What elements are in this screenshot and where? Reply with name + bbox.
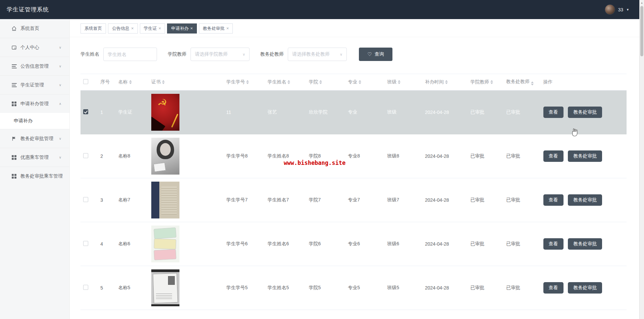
sidebar-item-personal-center[interactable]: 个人中心 ∨ [0, 38, 69, 57]
cell-office-teacher-status: 已审批 [503, 90, 541, 134]
cert-image-red-party-book[interactable]: ☭ [151, 94, 179, 131]
sidebar-item-discount-ride-mgmt[interactable]: 优惠乘车管理 ∨ [0, 148, 69, 167]
sort-icon[interactable] [359, 80, 361, 84]
tab-label: 学生证 [144, 24, 157, 33]
select-all-checkbox[interactable] [83, 79, 88, 84]
sidebar-item-student-card-mgmt[interactable]: 学生证管理 ∨ [0, 75, 69, 94]
user-name: 33 [618, 7, 624, 12]
sort-icon[interactable] [490, 80, 493, 84]
list-icon [11, 64, 17, 69]
row-checkbox[interactable] [83, 109, 88, 114]
tab-student-card[interactable]: 学生证 × [140, 23, 165, 34]
table-row[interactable]: 1 学生证 ☭ 11 张艺 欣欣学院 专业 班级 2024-04-28 已审批 … [80, 90, 627, 134]
column-header-index: 序号 [98, 74, 115, 90]
cell-name: 学生证 [116, 90, 149, 134]
sidebar-item-announcement-mgmt[interactable]: 公告信息管理 ∨ [0, 57, 69, 75]
office-approve-button[interactable]: 教务处审批 [568, 107, 602, 118]
row-checkbox[interactable] [83, 197, 88, 202]
cert-image-old-booklet[interactable] [151, 182, 179, 218]
tab-home[interactable]: 系统首页 [80, 23, 106, 34]
close-icon[interactable]: × [131, 24, 134, 33]
chevron-down-icon[interactable]: ∨ [59, 83, 61, 87]
sidebar-item-label: 公告信息管理 [20, 63, 49, 69]
view-button[interactable]: 查看 [543, 194, 564, 206]
view-button[interactable]: 查看 [543, 107, 564, 118]
grid-icon [11, 101, 17, 107]
sidebar-item-home[interactable]: 系统首页 [0, 19, 69, 38]
cell-office-teacher-status: 已审批 [503, 222, 541, 266]
sort-icon[interactable] [246, 80, 249, 84]
chevron-down-icon[interactable]: ∨ [59, 64, 61, 68]
student-name-input[interactable] [103, 48, 157, 61]
user-avatar[interactable] [605, 4, 615, 15]
close-icon[interactable]: × [226, 24, 229, 33]
cell-name: 名称8 [116, 134, 149, 178]
row-checkbox[interactable] [83, 241, 88, 246]
college-teacher-label: 学院教师 [168, 51, 186, 57]
chevron-down-icon[interactable]: ∨ [59, 137, 61, 140]
user-caret-down-icon[interactable]: ▼ [626, 8, 629, 11]
close-icon[interactable]: × [190, 24, 193, 33]
vertical-scrollbar[interactable]: ▲ [639, 0, 644, 319]
sort-icon[interactable] [319, 80, 322, 84]
cell-college-teacher-status: 已审批 [468, 90, 503, 134]
cell-student-name: 学生姓名7 [265, 178, 306, 222]
sort-icon[interactable] [162, 80, 165, 84]
cert-image-bw-girl-photo[interactable] [151, 138, 179, 175]
query-button[interactable]: ♡ 查询 [359, 48, 392, 61]
main-content: 系统首页 公告信息 × 学生证 × 申请补办 × 教务处审批 × 学生姓名 学院… [70, 19, 639, 319]
college-teacher-select[interactable]: 请选择学院教师 ∨ [191, 48, 250, 61]
sort-icon[interactable] [129, 80, 132, 84]
sidebar-item-office-approval-mgmt[interactable]: 教务处审批管理 ∨ [0, 129, 69, 148]
column-header-student-no: 学生学号 [223, 74, 265, 90]
cell-college: 学院8 [306, 134, 345, 178]
scrollbar-thumb[interactable] [640, 6, 643, 56]
tab-announcement[interactable]: 公告信息 × [108, 23, 138, 34]
sort-icon[interactable] [287, 80, 290, 84]
tab-office-approval[interactable]: 教务处审批 × [199, 23, 233, 34]
sidebar-subitem-reissue-apply[interactable]: 申请补办 [0, 113, 69, 129]
chevron-down-icon[interactable]: ∨ [59, 46, 61, 49]
scroll-up-arrow-icon[interactable]: ▲ [640, 0, 644, 4]
office-teacher-select[interactable]: 请选择教务处教师 ∨ [288, 48, 347, 61]
party-emblem-icon: ☭ [157, 97, 168, 109]
sort-icon[interactable] [398, 80, 400, 84]
chevron-up-icon[interactable]: ∧ [59, 102, 61, 106]
cell-college: 学院6 [306, 222, 345, 266]
sidebar-item-reissue-mgmt[interactable]: 申请补办管理 ∧ [0, 94, 69, 113]
user-menu[interactable]: 33 ▼ [605, 4, 630, 15]
office-approve-button[interactable]: 教务处审批 [568, 282, 602, 294]
table-row[interactable]: 5 名称5 学生学号5 学生姓名5 学院5 专业5 班级5 2024-04-28… [80, 266, 627, 310]
cell-name: 名称6 [116, 222, 149, 266]
close-icon[interactable]: × [159, 24, 161, 33]
column-header-certificate: 证书 [149, 74, 223, 90]
cell-class: 班级6 [384, 222, 422, 266]
cell-major: 专业6 [345, 222, 384, 266]
sidebar-item-office-ride-approval-mgmt[interactable]: 教务处审批乘车管理 [0, 167, 69, 185]
office-approve-button[interactable]: 教务处审批 [568, 238, 602, 250]
office-approve-button[interactable]: 教务处审批 [568, 150, 602, 162]
tab-reissue-apply[interactable]: 申请补办 × [167, 23, 197, 34]
row-checkbox[interactable] [83, 285, 88, 290]
cert-image-bw-student-id[interactable] [151, 269, 179, 306]
cert-image-pastel-cards[interactable] [151, 226, 179, 262]
row-checkbox[interactable] [83, 153, 88, 158]
query-button-label: 查询 [375, 51, 384, 57]
table-row[interactable]: 3 名称7 学生学号7 学生姓名7 学院7 专业7 班级7 2024-04-28… [80, 178, 627, 222]
cell-student-no: 学生学号5 [223, 266, 265, 310]
view-button[interactable]: 查看 [543, 282, 564, 294]
column-header-office-teacher: 教务处教师 [503, 74, 541, 90]
grid-icon [11, 174, 17, 179]
sort-icon[interactable] [445, 80, 448, 84]
view-button[interactable]: 查看 [543, 238, 564, 250]
top-bar: 学生证管理系统 33 ▼ [0, 0, 644, 19]
chevron-down-icon: ∨ [340, 52, 342, 57]
chevron-down-icon[interactable]: ∨ [59, 155, 61, 159]
table-row[interactable]: 2 名称8 学生学号8 学生姓名8 学院8 专业8 班级8 2024-04-28… [80, 134, 627, 178]
sort-icon[interactable] [531, 81, 534, 85]
cell-college: 学院7 [306, 178, 345, 222]
office-approve-button[interactable]: 教务处审批 [568, 194, 602, 206]
table-row[interactable]: 4 名称6 学生学号6 学生姓名6 学院6 专业6 班级6 2024-04-28… [80, 222, 627, 266]
cell-college: 学院5 [306, 266, 345, 310]
view-button[interactable]: 查看 [543, 150, 564, 162]
